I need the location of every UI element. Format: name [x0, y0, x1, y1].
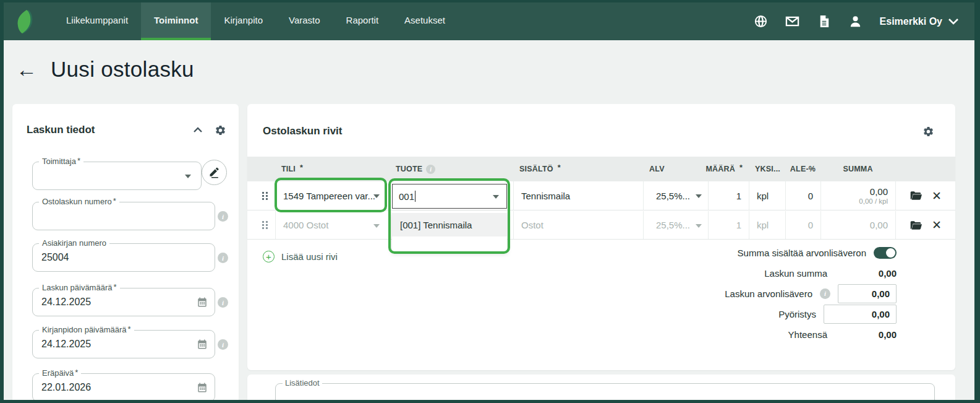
quantity-cell[interactable]: 1: [708, 181, 749, 210]
edit-supplier-button[interactable]: [202, 160, 227, 185]
total-label: Yhteensä: [788, 329, 827, 340]
user-icon[interactable]: [848, 14, 863, 29]
mail-icon[interactable]: [785, 14, 800, 29]
quantity-cell[interactable]: 1: [708, 211, 749, 239]
nav-item-varasto[interactable]: Varasto: [276, 2, 333, 40]
document-number-label: Asiakirjan numero: [42, 238, 106, 248]
invoice-vat-input[interactable]: 0,00: [838, 284, 897, 303]
chevron-down-icon: [696, 194, 702, 198]
account-select[interactable]: 1549 Tampereen var...: [275, 181, 390, 210]
document-number-field[interactable]: Asiakirjan numero 25004: [32, 243, 215, 272]
collapse-icon[interactable]: [190, 123, 205, 137]
product-search-input[interactable]: 001: [392, 184, 507, 209]
invoice-vat-row: Laskun arvonlisävero i 0,00: [550, 284, 897, 303]
nav-item-asetukset[interactable]: Asetukset: [391, 2, 458, 40]
total-row: Yhteensä 0,00: [550, 325, 897, 344]
rows-table-header: TILI* TUOTEi SISÄLTÖ* ALV MÄÄRÄ* YKSI...…: [247, 157, 955, 181]
text-cursor: [415, 191, 415, 202]
content-value: Tennismaila: [521, 191, 570, 201]
accounting-date-value: 24.12.2025: [41, 339, 91, 350]
accounting-date-field[interactable]: Kirjanpidon päivämäärä* 24.12.2025: [32, 330, 215, 358]
invoice-date-label: Laskun päivämäärä: [42, 283, 112, 292]
nav-item-kirjanpito[interactable]: Kirjanpito: [211, 2, 276, 40]
chevron-down-icon: [948, 19, 958, 25]
drag-handle[interactable]: [247, 181, 275, 210]
page-title: Uusi ostolasku: [51, 57, 194, 82]
sum-cell[interactable]: 0,00: [820, 211, 895, 239]
invoice-date-value: 24.12.2025: [41, 297, 91, 308]
app-logo[interactable]: [4, 2, 53, 40]
info-icon[interactable]: i: [218, 297, 228, 308]
col-maara: MÄÄRÄ: [705, 165, 735, 173]
delete-row-icon[interactable]: ✕: [932, 190, 942, 202]
col-tili: TILI: [281, 165, 296, 173]
info-icon[interactable]: i: [426, 165, 435, 174]
globe-icon[interactable]: [754, 14, 769, 29]
vat-select[interactable]: 25,5%...: [643, 211, 708, 239]
unit-cell[interactable]: kpl: [749, 181, 785, 210]
chevron-down-icon: [696, 224, 702, 228]
back-button[interactable]: ←: [16, 59, 37, 80]
add-row-button[interactable]: + Lisää uusi rivi: [263, 251, 338, 262]
vat-included-row: Summa sisältää arvonlisäveron: [550, 243, 897, 262]
discount-cell[interactable]: 0: [785, 181, 820, 210]
info-icon[interactable]: i: [218, 211, 228, 222]
additional-info-textarea[interactable]: Lisätiedot: [275, 383, 935, 403]
nav-item-toiminnot[interactable]: Toiminnot: [141, 2, 211, 40]
invoice-sum-row: Laskun summa 0,00: [550, 264, 897, 282]
calendar-icon[interactable]: [197, 382, 208, 393]
supplier-select[interactable]: Toimittaja*: [32, 162, 202, 190]
vat-select[interactable]: 25,5%...: [643, 181, 708, 210]
notes-card: Lisätiedot: [247, 375, 955, 403]
company-menu[interactable]: Esimerkki Oy: [880, 16, 958, 27]
sum-cell[interactable]: 0,00 0,00 / kpl: [820, 181, 895, 210]
drag-handle[interactable]: [247, 211, 275, 239]
attachment-folder-icon[interactable]: [910, 219, 922, 232]
sum-value: 0,00: [870, 186, 888, 197]
chevron-down-icon: [185, 175, 191, 178]
details-card-title: Laskun tiedot: [27, 124, 95, 136]
info-icon[interactable]: i: [218, 339, 228, 350]
product-dropdown-option[interactable]: [001] Tennismaila: [392, 213, 507, 236]
col-alv: ALV: [649, 165, 665, 173]
nav-item-liikekumppanit[interactable]: Liikekumppanit: [53, 2, 141, 40]
nav-item-raportit[interactable]: Raportit: [333, 2, 392, 40]
delete-row-icon[interactable]: ✕: [932, 219, 942, 231]
accounting-date-label: Kirjanpidon päivämäärä: [42, 325, 127, 334]
chevron-down-icon: [493, 195, 499, 199]
content-cell[interactable]: Ostot: [513, 211, 643, 239]
info-icon[interactable]: i: [820, 288, 830, 299]
supplier-label: Toimittaja: [42, 157, 76, 166]
due-date-value: 22.01.2026: [41, 382, 91, 393]
purchase-invoice-number-field[interactable]: Ostolaskun numero*: [32, 202, 215, 230]
rows-card-title: Ostolaskun rivit: [263, 125, 342, 137]
due-date-field[interactable]: Eräpäivä* 22.01.2026: [32, 373, 215, 402]
info-icon[interactable]: i: [218, 253, 228, 263]
calendar-icon[interactable]: [197, 339, 208, 350]
discount-cell[interactable]: 0: [785, 211, 820, 239]
details-settings-gear-icon[interactable]: [213, 123, 228, 137]
invoice-vat-label: Laskun arvonlisävero: [725, 288, 812, 299]
vat-included-label: Summa sisältää arvonlisäveron: [738, 248, 866, 258]
document-icon[interactable]: [817, 14, 832, 29]
rounding-input[interactable]: 0,00: [824, 305, 897, 324]
account-select[interactable]: 4000 Ostot: [275, 211, 390, 239]
calendar-icon[interactable]: [197, 297, 208, 308]
add-row-label: Lisää uusi rivi: [281, 251, 338, 262]
col-yksikko: YKSI...: [755, 165, 780, 173]
invoice-details-card: Laskun tiedot Toimittaja* Ostolaskun num…: [12, 104, 239, 403]
invoice-rows-card: Ostolaskun rivit TILI* TUOTEi SISÄLTÖ* A…: [247, 104, 955, 370]
vat-included-toggle[interactable]: [874, 247, 897, 259]
invoice-summary: Summa sisältää arvonlisäveron Laskun sum…: [550, 243, 897, 345]
vat-value: 25,5%...: [651, 191, 690, 201]
content-cell[interactable]: Tennismaila: [513, 181, 643, 210]
leaf-logo-icon: [15, 9, 36, 34]
document-number-value: 25004: [41, 252, 69, 263]
invoice-date-field[interactable]: Laskun päivämäärä* 24.12.2025: [32, 288, 215, 316]
attachment-folder-icon[interactable]: [910, 189, 922, 202]
rows-settings-gear-icon[interactable]: [921, 124, 935, 139]
total-value: 0,00: [835, 329, 897, 340]
invoice-row-2: 4000 Ostot Ostot 25,5%... 1 kpl 0 0,00 ✕: [247, 211, 955, 240]
unit-cell[interactable]: kpl: [749, 211, 785, 239]
account-value: 1549 Tampereen var...: [283, 191, 375, 201]
